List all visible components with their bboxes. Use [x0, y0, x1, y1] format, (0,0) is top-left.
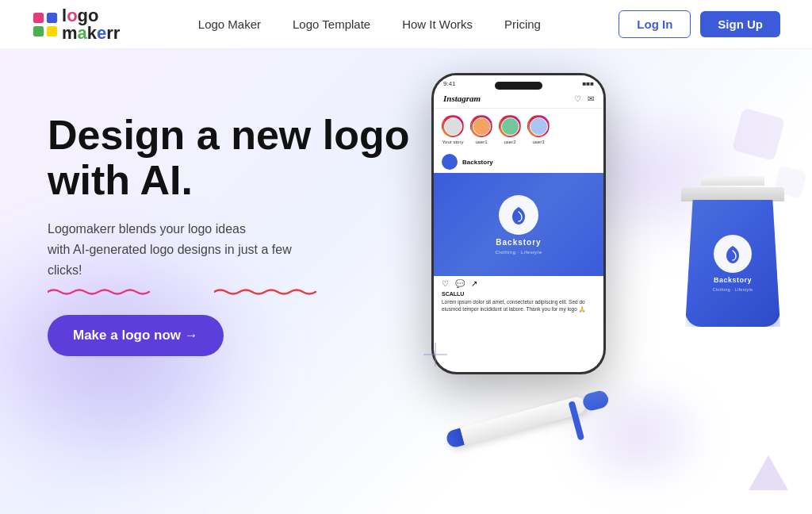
hero-subtitle-line1: Logomakerr blends your logo ideas	[48, 222, 246, 236]
story-item: user3	[527, 115, 550, 144]
squiggle-decoration-1	[48, 288, 151, 296]
cup-logo-circle	[714, 235, 752, 273]
phone-time: 9:41	[443, 80, 456, 87]
post-image: Backstory Clothing · Lifestyle	[434, 173, 603, 276]
pen-mockup	[445, 391, 608, 470]
story-avatar	[470, 115, 492, 137]
deco-triangle	[749, 455, 788, 490]
nav-link-logo-maker[interactable]: Logo Maker	[198, 17, 261, 31]
hero-title-line1: Design a new logo	[48, 112, 410, 158]
hero-title-line2: with AI.	[48, 157, 193, 203]
squiggle-decoration-2	[214, 288, 317, 296]
hero-subtitle-line2: with AI-generated logo designs in just a…	[48, 243, 292, 277]
post-share-icon: ↗	[471, 279, 477, 288]
deco-hex-1	[732, 108, 785, 161]
svg-rect-0	[33, 12, 44, 22]
instagram-heart-icon: ♡	[574, 94, 581, 103]
pen-clip	[569, 401, 585, 440]
cup-logo-area: Backstory Clothing · Lifestyle	[713, 235, 753, 292]
nav-actions: Log In Sign Up	[619, 10, 780, 38]
hero-mockups: 9:41 ■■■ Instagram ♡ ✉ Your story	[368, 49, 812, 514]
nav-link-logo-template[interactable]: Logo Template	[293, 17, 370, 31]
story-avatar-inner	[530, 117, 548, 136]
logo[interactable]: logo makerr	[32, 7, 120, 42]
nav-item-how-it-works[interactable]: How It Works	[402, 17, 473, 32]
hero-section: Design a new logo with AI. Logomakerr bl…	[0, 49, 812, 514]
story-avatar-inner	[444, 117, 462, 136]
hero-title: Design a new logo with AI.	[48, 113, 412, 203]
cta-button[interactable]: Make a logo now →	[48, 315, 224, 356]
pen-cap	[581, 389, 611, 412]
post-header: Backstory	[434, 151, 603, 173]
hero-content-left: Design a new logo with AI. Logomakerr bl…	[48, 113, 412, 356]
post-avatar	[442, 154, 458, 170]
story-avatar	[527, 115, 550, 137]
nav-links: Logo Maker Logo Template How It Works Pr…	[198, 17, 541, 32]
story-name: user1	[475, 140, 487, 144]
deco-line-vertical	[435, 343, 436, 366]
post-logo-circle	[499, 195, 538, 235]
story-name: user3	[532, 140, 544, 144]
svg-rect-2	[33, 25, 44, 36]
cup-logo-icon	[722, 243, 744, 265]
story-item: Your story	[442, 115, 464, 144]
svg-rect-1	[47, 12, 57, 22]
deco-lines	[423, 354, 447, 355]
cup-lid-top	[701, 176, 764, 186]
cta-button-label: Make a logo now →	[73, 328, 198, 343]
instagram-stories: Your story user1 user2	[434, 109, 603, 151]
phone-notch	[495, 82, 542, 90]
cup-body: Backstory Clothing · Lifestyle	[685, 200, 780, 327]
cup-mockup: Backstory Clothing · Lifestyle	[677, 176, 788, 327]
nav-link-pricing[interactable]: Pricing	[504, 17, 541, 31]
hero-subtitle-container: Logomakerr blends your logo ideas with A…	[48, 219, 317, 290]
instagram-logo: Instagram	[443, 94, 481, 103]
cup-lid	[681, 187, 784, 201]
post-brand-tagline: Clothing · Lifestyle	[495, 250, 542, 255]
cup-brand-name: Backstory	[714, 276, 752, 284]
nav-item-logo-template[interactable]: Logo Template	[293, 17, 370, 32]
instagram-header: Instagram ♡ ✉	[434, 89, 603, 109]
story-name: Your story	[442, 140, 464, 144]
nav-link-how-it-works[interactable]: How It Works	[402, 17, 473, 31]
post-brand-name: Backstory	[496, 238, 541, 247]
login-button[interactable]: Log In	[619, 10, 691, 38]
post-actions: ♡ 💬 ↗	[434, 276, 603, 291]
cup-brand-tagline: Clothing · Lifestyle	[713, 287, 753, 292]
post-heart-icon: ♡	[442, 279, 449, 288]
phone-mockup: 9:41 ■■■ Instagram ♡ ✉ Your story	[431, 73, 606, 374]
story-item: user1	[470, 115, 492, 144]
post-username: Backstory	[462, 159, 493, 166]
story-avatar-inner	[501, 117, 519, 136]
nav-item-logo-maker[interactable]: Logo Maker	[198, 17, 261, 32]
instagram-dm-icon: ✉	[588, 94, 594, 103]
story-name: user2	[504, 140, 515, 144]
pen-body	[445, 395, 588, 449]
story-avatar	[499, 115, 521, 137]
pen-middle	[460, 403, 557, 444]
navbar: logo makerr Logo Maker Logo Template How…	[0, 0, 812, 49]
nav-item-pricing[interactable]: Pricing	[504, 17, 541, 32]
phone-screen: 9:41 ■■■ Instagram ♡ ✉ Your story	[434, 75, 603, 372]
story-avatar-inner	[473, 117, 491, 136]
post-likes: SCALLU	[434, 291, 603, 297]
hero-subtitle: Logomakerr blends your logo ideas with A…	[48, 219, 317, 280]
instagram-post: Backstory Backstory Clothing · Lifestyle	[434, 151, 603, 372]
logo-icon	[32, 11, 59, 38]
svg-rect-3	[47, 25, 57, 36]
story-avatar	[442, 115, 464, 137]
logo-text: logo makerr	[62, 7, 120, 42]
post-logo-leaf-icon	[508, 204, 530, 226]
story-item: user2	[499, 115, 521, 144]
instagram-icons: ♡ ✉	[574, 94, 594, 103]
signup-button[interactable]: Sign Up	[700, 11, 780, 37]
post-caption: Lorem ipsum dolor sit amet, consectetur …	[434, 297, 603, 314]
phone-battery: ■■■	[583, 80, 595, 87]
post-comment-icon: 💬	[455, 279, 465, 288]
